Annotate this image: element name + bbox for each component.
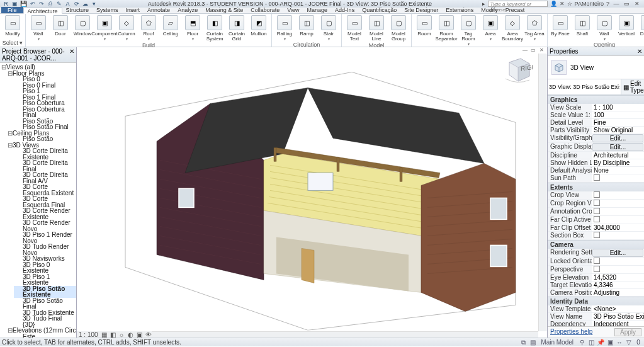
qat-more-icon[interactable]: ▾ — [91, 1, 98, 8]
close-icon[interactable]: ✕ — [69, 48, 74, 62]
user-name[interactable]: PAMonteiro — [575, 1, 604, 7]
instance-selector[interactable] — [548, 79, 621, 94]
expander-icon[interactable]: ⊟ — [1, 64, 6, 71]
tab-structure[interactable]: Structure — [62, 7, 93, 13]
property-value[interactable]: Adjusting — [592, 289, 644, 296]
app-icon[interactable]: R — [3, 1, 9, 8]
view-cube[interactable]: RIGHT — [502, 54, 533, 85]
property-value[interactable] — [592, 216, 644, 224]
help-icon[interactable]: ? — [606, 1, 609, 7]
property-value[interactable]: Show Original — [592, 127, 644, 134]
view-min-icon[interactable]: — — [522, 47, 528, 54]
property-value[interactable] — [592, 208, 644, 215]
view-scale[interactable]: 1 : 100 — [79, 331, 98, 338]
model-text-button[interactable]: ▭Model Text — [344, 15, 365, 42]
cloud-icon[interactable]: ☁ — [82, 1, 89, 8]
tab-annotate[interactable]: Annotate — [144, 7, 174, 13]
favorite-icon[interactable]: ☆ — [567, 1, 572, 7]
expander-icon[interactable]: ⊟ — [8, 327, 13, 334]
tab-modify[interactable]: Modify — [477, 7, 502, 13]
tab-analyze[interactable]: Analyze — [174, 7, 201, 13]
roof-button[interactable]: ⬠Roof▾ — [138, 15, 159, 42]
railing-button[interactable]: ▭Railing▾ — [274, 15, 295, 41]
tab-systems[interactable]: Systems — [93, 7, 122, 13]
minimize-icon[interactable]: — — [612, 1, 621, 7]
open-icon[interactable]: ▣ — [11, 1, 18, 8]
tree-item[interactable]: 3D Tudo Render Novo — [14, 244, 76, 256]
design-options-icon[interactable]: ▤ — [529, 339, 536, 346]
curtain-system-button[interactable]: ◧Curtain System — [204, 15, 225, 42]
stair-button[interactable]: ▢Stair▾ — [318, 15, 339, 41]
wall-button[interactable]: ▭Wall▾ — [28, 15, 49, 42]
property-value[interactable]: Edit... — [592, 249, 643, 257]
vertical-scrollbar[interactable] — [538, 54, 547, 331]
tab-add-ins[interactable]: Add-Ins — [331, 7, 358, 13]
property-value[interactable]: 304,8000 — [592, 224, 644, 231]
maximize-icon[interactable]: ▭ — [622, 1, 631, 7]
property-value[interactable] — [592, 174, 644, 182]
tree-item[interactable]: 3D Piso 0 Existente — [14, 262, 76, 274]
by-face-button[interactable]: ▭By Face — [550, 15, 571, 41]
property-value[interactable]: 3D Piso Sotão Existente — [592, 313, 644, 320]
tree-item[interactable]: 3D Corte Direita Final — [14, 160, 76, 172]
window-button[interactable]: ▢Window — [72, 15, 93, 42]
project-browser-tree[interactable]: ⊟Views (all)⊟Floor PlansPiso 0Piso 0 Fin… — [0, 63, 76, 338]
property-value[interactable]: Independent — [592, 321, 644, 326]
tree-item[interactable]: 3D Corte Direita Final A/V — [14, 172, 76, 184]
tag-room-button[interactable]: ▢Tag Room▾ — [458, 15, 479, 46]
select-pinned-icon[interactable]: 📌 — [597, 339, 604, 346]
select-face-icon[interactable]: ▣ — [606, 339, 614, 346]
tree-item[interactable]: 3D Corte Render Existente — [14, 208, 76, 220]
tree-item[interactable]: 3D Piso 1 Existente — [14, 274, 76, 286]
close-icon[interactable]: ✕ — [637, 48, 642, 55]
expander-icon[interactable]: ⊟ — [8, 130, 13, 137]
measure-icon[interactable]: ✎ — [55, 1, 62, 8]
property-value[interactable]: <None> — [592, 305, 644, 312]
property-value[interactable]: None — [592, 167, 644, 174]
tree-item[interactable]: 3D Piso 1 Render Novo — [14, 232, 76, 244]
tab-precast[interactable]: Precast — [502, 7, 529, 13]
view-max-icon[interactable]: ▭ — [530, 47, 536, 54]
shaft-button[interactable]: ◫Shaft — [572, 15, 593, 41]
tree-item[interactable]: 3D Corte Direita Existente — [14, 148, 76, 160]
model-group-button[interactable]: ▢Model Group — [388, 15, 409, 42]
hide-icon[interactable]: 👁 — [145, 331, 152, 338]
crop-icon[interactable]: ▣ — [137, 331, 142, 338]
tab-collaborate[interactable]: Collaborate — [247, 7, 283, 13]
close-icon[interactable]: ✕ — [633, 1, 641, 7]
expander-icon[interactable]: ⊟ — [8, 71, 13, 77]
redo-icon[interactable]: ↷ — [38, 1, 45, 8]
property-value[interactable]: 4,3346 — [592, 282, 644, 288]
file-tab[interactable]: File — [1, 7, 23, 13]
dormer-button[interactable]: ◇Dormer — [638, 15, 644, 41]
3d-canvas[interactable] — [77, 54, 538, 331]
mullion-button[interactable]: ◩Mullion — [248, 15, 269, 42]
print-icon[interactable]: ⎙ — [47, 1, 54, 8]
tree-branch[interactable]: ⊟Elevations (12mm Circle) — [8, 327, 76, 334]
subscription-icon[interactable]: ✕ — [560, 1, 565, 7]
modify-button[interactable]: ▭Modify — [2, 15, 23, 39]
tree-item[interactable]: Este — [14, 334, 76, 338]
tree-item[interactable]: 3D Corte Esquerda Existent — [14, 184, 76, 196]
property-value[interactable] — [592, 258, 644, 265]
viewport[interactable]: — ▭ ✕ — [77, 47, 547, 338]
visual-style-icon[interactable]: ◧ — [110, 331, 116, 338]
property-value[interactable]: Architectural — [592, 152, 644, 159]
tab-extensions[interactable]: Extensions — [442, 7, 477, 13]
property-value[interactable]: 1 : 100 — [592, 104, 644, 111]
tree-item[interactable]: Piso Cobertura Final — [14, 106, 76, 118]
select-links-icon[interactable]: ⚲ — [578, 339, 585, 346]
save-icon[interactable]: 💾 — [20, 1, 27, 8]
worksets-icon[interactable]: ⧉ — [519, 339, 527, 346]
tab-manage[interactable]: Manage — [303, 7, 332, 13]
tree-item[interactable]: 3D Piso Sotão Existente — [14, 286, 76, 298]
property-value[interactable]: 14,5320 — [592, 274, 644, 281]
component-button[interactable]: ▣Component▾ — [94, 15, 115, 42]
room-button[interactable]: ▭Room — [414, 15, 435, 46]
area-button[interactable]: ▣Area▾ — [480, 15, 501, 46]
property-group[interactable]: Extents — [548, 183, 644, 191]
tab-site-designer[interactable]: Site Designer — [400, 7, 442, 13]
floor-button[interactable]: ⬒Floor▾ — [182, 15, 203, 42]
signin-icon[interactable]: 👤 — [550, 1, 557, 7]
search-input[interactable]: Type a keyword or phrase — [488, 1, 548, 7]
